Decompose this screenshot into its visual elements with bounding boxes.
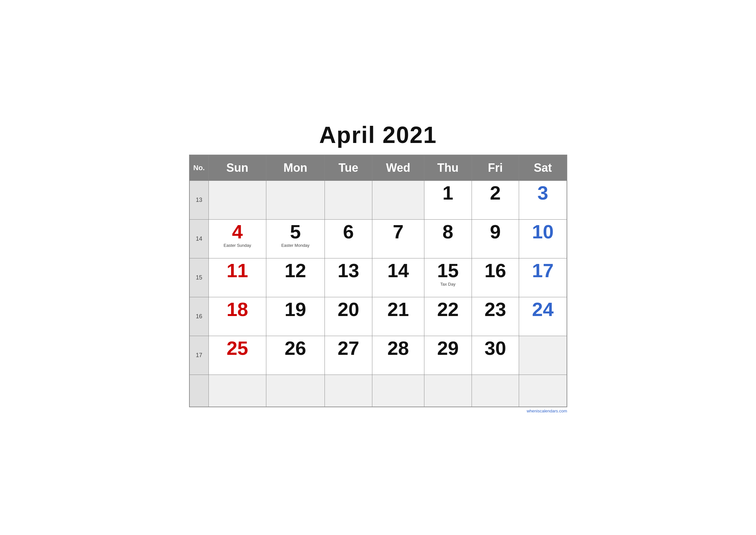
day-number: 30 [484,339,506,358]
day-cell: 5Easter Monday [266,219,325,258]
day-cell: 30 [472,336,519,375]
day-cell [209,181,266,219]
day-cell [325,181,372,219]
day-number: 2 [490,183,501,203]
holiday-label: Easter Sunday [224,243,251,248]
day-number: 26 [285,339,307,358]
header-fri: Fri [472,155,519,181]
day-number: 18 [227,300,248,319]
day-cell: 20 [325,297,372,336]
day-number: 24 [532,300,554,319]
day-number: 20 [338,300,360,319]
day-cell: 10 [519,219,567,258]
day-number: 7 [393,222,403,241]
header-wed: Wed [372,155,424,181]
header-no: No. [189,155,209,181]
day-cell: 22 [424,297,472,336]
day-cell: 3 [519,181,567,219]
day-number: 6 [343,222,354,241]
week-number: 15 [189,258,209,297]
calendar-week-row: 17252627282930 [189,336,567,375]
day-number: 3 [537,183,548,203]
day-number: 21 [387,300,409,319]
day-cell: 19 [266,297,325,336]
calendar-week-row: 144Easter Sunday5Easter Monday678910 [189,219,567,258]
day-number: 11 [227,261,248,280]
day-number: 22 [437,300,459,319]
day-number: 15 [437,261,459,280]
day-cell: 18 [209,297,266,336]
day-number: 29 [437,339,459,358]
day-cell [472,375,519,407]
day-cell [519,336,567,375]
day-cell [424,375,472,407]
holiday-label: Easter Monday [281,243,309,248]
day-cell: 11 [209,258,266,297]
header-sat: Sat [519,155,567,181]
week-number: 16 [189,297,209,336]
watermark: wheniscalendars.com [189,407,567,413]
day-cell: 14 [372,258,424,297]
day-cell: 8 [424,219,472,258]
day-number: 10 [532,222,554,241]
day-number: 17 [532,261,554,280]
header-tue: Tue [325,155,372,181]
day-cell: 24 [519,297,567,336]
day-cell: 7 [372,219,424,258]
day-cell: 25 [209,336,266,375]
day-number: 16 [484,261,506,280]
day-number: 27 [338,339,360,358]
day-cell: 17 [519,258,567,297]
calendar-title: April 2021 [189,122,567,148]
header-row: No. Sun Mon Tue Wed Thu Fri Sat [189,155,567,181]
day-cell: 4Easter Sunday [209,219,266,258]
day-number: 1 [443,183,453,203]
day-cell: 23 [472,297,519,336]
day-number: 5 [290,222,301,241]
week-number: 17 [189,336,209,375]
day-cell [325,375,372,407]
day-cell: 13 [325,258,372,297]
day-cell: 6 [325,219,372,258]
calendar-container: April 2021 No. Sun Mon Tue Wed Thu Fri S… [189,122,567,414]
calendar-week-row: 1618192021222324 [189,297,567,336]
week-number: 13 [189,181,209,219]
week-number [189,375,209,407]
day-cell: 9 [472,219,519,258]
calendar-week-row: 13123 [189,181,567,219]
header-thu: Thu [424,155,472,181]
day-cell: 27 [325,336,372,375]
week-number: 14 [189,219,209,258]
day-cell [209,375,266,407]
day-number: 12 [285,261,307,280]
day-cell: 21 [372,297,424,336]
day-cell [266,375,325,407]
day-cell: 26 [266,336,325,375]
day-cell [372,181,424,219]
calendar-week-row: 151112131415Tax Day1617 [189,258,567,297]
day-number: 19 [285,300,307,319]
day-cell: 15Tax Day [424,258,472,297]
holiday-label: Tax Day [440,282,455,287]
header-mon: Mon [266,155,325,181]
day-number: 14 [387,261,409,280]
header-sun: Sun [209,155,266,181]
calendar-table: No. Sun Mon Tue Wed Thu Fri Sat 13123144… [189,155,567,408]
day-number: 8 [443,222,453,241]
day-cell [266,181,325,219]
day-number: 28 [387,339,409,358]
day-number: 23 [484,300,506,319]
day-cell: 29 [424,336,472,375]
day-cell: 1 [424,181,472,219]
day-number: 25 [227,339,248,358]
day-cell: 28 [372,336,424,375]
day-cell: 16 [472,258,519,297]
day-number: 9 [490,222,501,241]
day-cell: 12 [266,258,325,297]
calendar-week-row [189,375,567,407]
day-cell [519,375,567,407]
day-number: 4 [232,222,243,241]
day-cell [372,375,424,407]
day-cell: 2 [472,181,519,219]
day-number: 13 [338,261,360,280]
